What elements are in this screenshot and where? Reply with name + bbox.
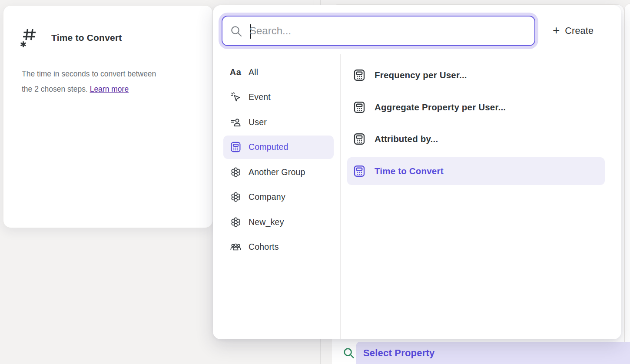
group-cluster-icon [229, 216, 242, 228]
category-new-key[interactable]: New_key [223, 210, 334, 234]
group-cluster-icon [229, 191, 242, 203]
background-panel-divider [314, 0, 314, 5]
category-user[interactable]: User [223, 110, 334, 134]
category-company[interactable]: Company [223, 185, 334, 209]
property-picker-dropdown: + Create Aa All Event User [213, 5, 621, 339]
create-button-label: Create [565, 26, 594, 36]
create-button[interactable]: + Create [550, 16, 596, 46]
item-aggregate-property-per-user[interactable]: Aggregate Property per User... [347, 93, 605, 121]
item-attributed-by[interactable]: Attributed by... [347, 125, 605, 153]
category-another-group[interactable]: Another Group [223, 160, 334, 184]
category-computed[interactable]: Computed [223, 136, 334, 159]
tooltip-title: Time to Convert [51, 26, 122, 49]
select-property-label[interactable]: Select Property [363, 342, 434, 364]
category-event[interactable]: Event [223, 86, 334, 109]
column-divider [340, 54, 341, 339]
plus-icon: + [553, 24, 560, 36]
item-frequency-per-user[interactable]: Frequency per User... [347, 61, 605, 89]
item-time-to-convert[interactable]: Time to Convert [347, 157, 605, 185]
category-all[interactable]: Aa All [223, 60, 334, 84]
search-icon [230, 25, 243, 38]
learn-more-link[interactable]: Learn more [90, 85, 129, 93]
aa-icon: Aa [229, 66, 242, 78]
cohorts-people-icon [229, 241, 242, 253]
green-search-icon [343, 347, 355, 359]
calculator-icon [353, 132, 366, 146]
background-right-panel [624, 3, 630, 364]
calculator-icon [353, 101, 366, 114]
tooltip-description: The time in seconds to convert between t… [22, 66, 198, 97]
category-cohorts[interactable]: Cohorts [223, 235, 334, 259]
event-click-icon [229, 91, 242, 103]
search-input[interactable] [249, 17, 527, 44]
search-field[interactable] [222, 16, 535, 46]
numeric-hash-icon [20, 26, 39, 49]
user-profile-icon [229, 116, 242, 128]
calculator-icon [229, 141, 242, 153]
calculator-icon [353, 165, 366, 178]
tooltip-description-line2: the 2 chosen steps. [22, 85, 88, 93]
calculator-icon [353, 69, 366, 82]
group-cluster-icon [229, 166, 242, 178]
tooltip-description-line1: The time in seconds to convert between [22, 69, 156, 78]
tooltip-card: Time to Convert The time in seconds to c… [3, 5, 213, 228]
